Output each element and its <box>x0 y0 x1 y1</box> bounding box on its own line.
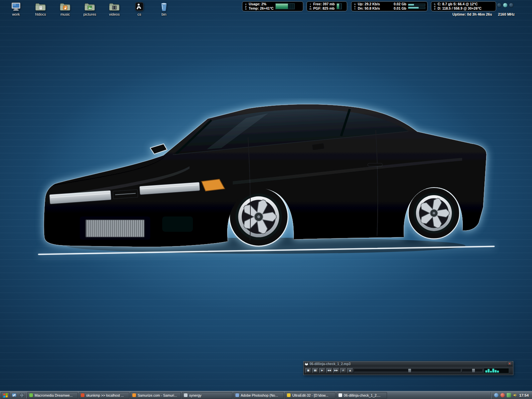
icon-label: cs <box>129 12 150 16</box>
prev-button[interactable]: ◀◀ <box>326 368 332 373</box>
counter-strike-icon <box>129 2 150 12</box>
player-track-title: 06-dillinja-check_1_2.mp3 <box>310 362 506 366</box>
net-down-rate: Dn: 50.8 Kb/s <box>358 6 380 11</box>
play-button[interactable]: ▶ <box>319 368 325 373</box>
eject-button[interactable]: ▲ <box>347 368 353 373</box>
net-up-total: 0.02 Gb <box>394 2 406 6</box>
net-up-rate: Up: 29.2 Kb/s <box>358 2 380 6</box>
ram-pagefile-text: PGF: 825 mb <box>313 6 335 11</box>
net-down-total: 0.01 Gb <box>394 6 406 11</box>
tray-app-icon[interactable] <box>500 393 505 397</box>
ultraedit-icon <box>287 393 291 397</box>
desktop-icon-videos[interactable]: videos <box>104 2 125 16</box>
recycle-bin-icon <box>153 2 175 12</box>
task-samurize-browser[interactable]: Samurize.com - Samuri... <box>130 392 181 399</box>
browser-page-icon <box>132 393 136 397</box>
dreamweaver-icon <box>29 393 33 397</box>
photoshop-icon <box>235 393 239 397</box>
mp3-player-window: 06-dillinja-check_1_2.mp3 × ■ ▮▮ ▶ ◀◀ ▶▶… <box>303 361 513 375</box>
computer-icon <box>5 2 27 12</box>
net-traffic-meter <box>408 4 425 9</box>
hdd-panel-label: hdd <box>433 3 436 10</box>
ram-free-text: Free: 397 mb <box>313 2 335 6</box>
hdd-d-drive-text: D: 118.5 / 558.9 @ 30+26°C <box>438 6 481 11</box>
desktop-icon-bin[interactable]: bin <box>153 2 175 16</box>
desktop-icon-htdocs[interactable]: htdocs <box>30 2 51 16</box>
uptime-text: Uptime: 0d 3h 46m 26s <box>453 12 492 16</box>
folder-pictures-icon <box>79 2 100 12</box>
next-button[interactable]: ▶▶ <box>333 368 339 373</box>
cpu-temp-text: Temp: 26+41°C <box>249 6 274 11</box>
task-photoshop[interactable]: Adobe Photoshop (No... <box>233 392 284 399</box>
task-ultraedit[interactable]: UltraEdit-32 - [D:\dow... <box>285 392 335 399</box>
task-dreamweaver[interactable]: Macromedia Dreamwe... <box>27 392 78 399</box>
icon-label: htdocs <box>30 12 51 16</box>
pause-button[interactable]: ▮▮ <box>312 368 318 373</box>
shuffle-button[interactable]: ⇄ <box>340 368 346 373</box>
desktop-icon-pictures[interactable]: pictures <box>79 2 100 16</box>
icon-label: bin <box>153 12 175 16</box>
cpu-monitor-panel: cpu Usage: 2% Temp: 26+41°C <box>242 1 303 11</box>
taskbar: Macromedia Dreamwe... skunkmp >> localho… <box>0 391 532 399</box>
hdd-c-drive-text: C: 8.7 gb S: 66.4 @ 12°C <box>438 2 481 6</box>
car-wallpaper-artwork <box>33 98 499 264</box>
stop-button[interactable]: ■ <box>305 368 311 373</box>
system-tray: 17:54 <box>491 392 531 399</box>
icon-label: work <box>5 12 27 16</box>
volume-icon[interactable] <box>513 393 517 397</box>
show-desktop-icon <box>12 393 17 398</box>
player-titlebar[interactable]: 06-dillinja-check_1_2.mp3 × <box>304 361 513 366</box>
volume-slider-handle[interactable] <box>472 368 475 373</box>
task-skunkmp[interactable]: skunkmp >> localhost ... <box>79 392 129 399</box>
hdd-monitor-panel: hdd C: 8.7 gb S: 66.4 @ 12°C D: 118.5 / … <box>431 1 496 11</box>
globe-icon <box>19 393 24 398</box>
spectrum-display <box>484 368 509 373</box>
folder-videos-icon <box>104 2 125 12</box>
icon-label: videos <box>104 12 125 16</box>
taskbar-separator <box>26 392 26 398</box>
cpu-usage-text: Usage: 2% <box>249 2 274 6</box>
ram-monitor-panel: ram Free: 397 mb PGF: 825 mb <box>307 1 347 11</box>
desktop-icon-work[interactable]: work <box>5 2 27 16</box>
cpu-panel-label: cpu <box>244 3 247 10</box>
seek-slider-handle[interactable] <box>408 368 411 373</box>
desktop-icon-cs[interactable]: cs <box>129 2 150 16</box>
show-desktop-button[interactable] <box>11 392 17 399</box>
ram-usage-meter <box>336 3 342 9</box>
seek-slider[interactable] <box>354 369 461 372</box>
task-mp3-player[interactable]: 06-dillinja-check_1_2.... <box>336 392 387 399</box>
icon-label: pictures <box>79 12 100 16</box>
close-icon[interactable]: × <box>507 362 512 366</box>
wolf-icon <box>305 362 308 366</box>
moon-icon <box>497 3 502 8</box>
taskbar-clock[interactable]: 17:54 <box>519 393 529 397</box>
wolf-icon <box>338 393 342 397</box>
volume-slider[interactable] <box>462 369 483 372</box>
folder-music-icon <box>55 2 76 12</box>
desktop-icon-music[interactable]: music <box>55 2 76 16</box>
moon-icon <box>509 3 514 8</box>
skunkmp-icon <box>81 393 84 397</box>
uptime-bar: Uptime: 0d 3h 46m 26s 2160 MHz <box>453 12 515 16</box>
icon-label: music <box>55 12 76 16</box>
player-controls: ■ ▮▮ ▶ ◀◀ ▶▶ ⇄ ▲ <box>304 366 513 375</box>
cpu-mhz-text: 2160 MHz <box>498 12 515 16</box>
globe-icon <box>503 3 508 8</box>
browser-quicklaunch-button[interactable] <box>18 392 25 399</box>
folder-document-icon <box>30 2 51 12</box>
ram-panel-label: ram <box>309 3 312 10</box>
net-panel-label: net <box>353 3 356 10</box>
corner-status-icons <box>497 3 514 8</box>
tray-network-icon[interactable] <box>494 393 498 397</box>
start-button[interactable] <box>1 392 10 399</box>
synergy-icon <box>184 393 188 397</box>
tray-status-icon[interactable] <box>507 393 511 397</box>
windows-flag-icon <box>3 393 8 398</box>
network-monitor-panel: net Up: 29.2 Kb/s 0.02 Gb Dn: 50.8 Kb/s … <box>351 1 428 11</box>
task-synergy[interactable]: synergy <box>182 392 232 399</box>
cpu-usage-meter <box>275 3 295 9</box>
